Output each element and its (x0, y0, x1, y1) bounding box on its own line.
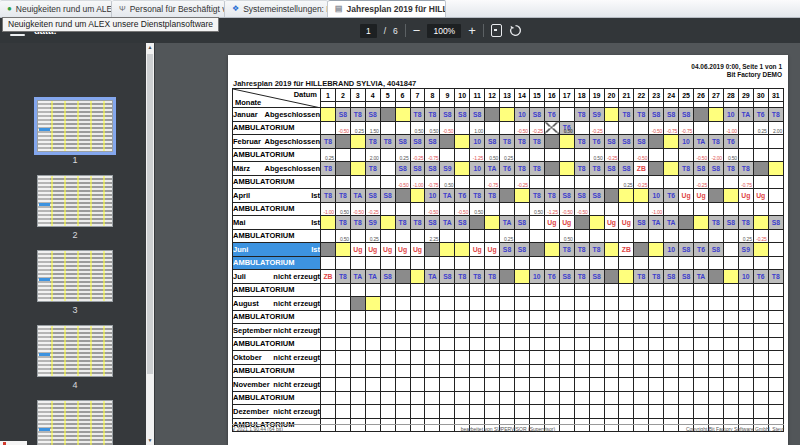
page-number-input[interactable]: 1 (360, 24, 377, 38)
month-row-label[interactable]: Novembernicht erzeugt (233, 378, 321, 392)
amb-row-label[interactable]: AMBULATORIUM (233, 202, 321, 216)
page-thumbnail[interactable] (37, 100, 113, 152)
amb-row-label[interactable]: AMBULATORIUM (233, 310, 321, 324)
amb-cell (410, 256, 425, 270)
day-cell: T8 (485, 189, 500, 203)
amb-cell (634, 364, 649, 378)
day-cell (768, 243, 783, 257)
amb-row-label[interactable]: AMBULATORIUM (233, 148, 321, 162)
day-cell: T8 (544, 189, 559, 203)
page-thumbnail[interactable] (37, 250, 113, 302)
amb-cell (395, 121, 410, 135)
day-cell (544, 162, 559, 176)
amb-hours-value: -0.25 (697, 182, 707, 188)
fit-page-icon[interactable] (491, 24, 502, 37)
amb-cell (455, 175, 470, 189)
amb-row-label[interactable]: AMBULATORIUM (233, 256, 321, 270)
browser-tab[interactable]: ●Neuigkeiten rund um ALEX unser... (0, 0, 112, 17)
browser-tab-bar: ●Neuigkeiten rund um ALEX unser...ΨPerso… (0, 0, 800, 18)
scroll-up-icon[interactable]: ▲ (146, 43, 154, 52)
month-row-label[interactable]: FebruarAbgeschlossen (233, 135, 321, 149)
amb-cell: -1.00 (723, 121, 738, 135)
day-cell (485, 378, 500, 392)
amb-cell: T60.50 (559, 121, 574, 135)
day-cell (694, 378, 709, 392)
amb-hours-value: -0.25 (413, 155, 423, 161)
day-cell (574, 351, 589, 365)
amb-cell (753, 175, 768, 189)
amb-row-label[interactable]: AMBULATORIUM (233, 283, 321, 297)
month-row-label[interactable]: JanuarAbgeschlossen (233, 108, 321, 122)
scrollbar-thumb[interactable] (147, 54, 153, 374)
browser-tab[interactable]: ▤Jahresplan 2019 für HILLEBRAN... (328, 0, 446, 17)
month-row-label[interactable]: Dezembernicht erzeugt (233, 405, 321, 419)
day-cell: T8 (335, 270, 350, 284)
page-thumbnail[interactable] (37, 325, 113, 377)
viewer-content[interactable]: 04.06.2019 0:00, Seite 1 von 1 Bit Facto… (155, 43, 800, 445)
day-cell (529, 324, 544, 338)
month-row-label[interactable]: Septembernicht erzeugt (233, 324, 321, 338)
zoom-in-button[interactable]: + (468, 24, 476, 37)
amb-cell (738, 310, 753, 324)
browser-tab[interactable]: ΨPersonal für Beschäftigt von/bis (112, 0, 225, 17)
rotate-icon[interactable] (509, 24, 522, 37)
month-row-label[interactable]: Oktobernicht erzeugt (233, 351, 321, 365)
day-cell (321, 243, 336, 257)
amb-cell (350, 337, 365, 351)
browser-tab[interactable]: ❖Systemeinstellungen: Bit Factory ... (225, 0, 328, 17)
amb-row-label[interactable]: AMBULATORIUM (233, 175, 321, 189)
page-thumbnail[interactable] (37, 175, 113, 227)
zoom-out-button[interactable]: − (413, 24, 421, 37)
day-cell: S8 (679, 270, 694, 284)
amb-row-label[interactable]: AMBULATORIUM (233, 391, 321, 405)
amb-cell (500, 121, 515, 135)
month-row-label[interactable]: Augustnicht erzeugt (233, 297, 321, 311)
amb-cell (544, 229, 559, 243)
day-cell (574, 297, 589, 311)
amb-cell (559, 283, 574, 297)
month-row-label[interactable]: Julinicht erzeugt (233, 270, 321, 284)
amb-cell (440, 202, 455, 216)
scroll-down-icon[interactable]: ▼ (146, 436, 154, 445)
month-row-label[interactable]: MaiIst (233, 216, 321, 230)
day-cell (708, 270, 723, 284)
day-cell (544, 243, 559, 257)
document-footer: bearbeitet von SUPERVISOR (Supervisor) V… (232, 424, 784, 432)
day-cell (380, 378, 395, 392)
amb-row-label[interactable]: AMBULATORIUM (233, 121, 321, 135)
day-cell (335, 324, 350, 338)
amb-row-label[interactable]: AMBULATORIUM (233, 337, 321, 351)
day-cell (485, 324, 500, 338)
month-row-label[interactable]: MärzAbgeschlossen (233, 162, 321, 176)
amb-cell (694, 229, 709, 243)
day-cell (708, 189, 723, 203)
day-cell: S8 (440, 108, 455, 122)
amb-cell: -0.75 (425, 175, 440, 189)
day-cell: S8 (708, 243, 723, 257)
amb-cell: -0.25 (514, 175, 529, 189)
day-cell (425, 378, 440, 392)
sidebar-scrollbar[interactable]: ▲ ▼ (146, 43, 154, 445)
day-cell (559, 135, 574, 149)
amb-cell (753, 391, 768, 405)
month-name: März (233, 164, 250, 173)
amb-cell (365, 310, 380, 324)
amb-cell: -0.25 (604, 148, 619, 162)
day-cell (649, 324, 664, 338)
amb-cell (425, 310, 440, 324)
amb-cell (649, 310, 664, 324)
day-header-cell: 6 (395, 89, 410, 102)
amb-row-label[interactable]: AMBULATORIUM (233, 364, 321, 378)
day-cell (321, 378, 336, 392)
month-row-label[interactable]: AprilIst (233, 189, 321, 203)
amb-row-label[interactable]: AMBULATORIUM (233, 229, 321, 243)
day-cell: TA (425, 270, 440, 284)
day-cell: S8 (679, 243, 694, 257)
amb-cell (544, 364, 559, 378)
day-cell (604, 297, 619, 311)
zoom-level[interactable]: 100% (427, 24, 461, 38)
amb-cell (514, 202, 529, 216)
page-thumbnail[interactable] (37, 400, 113, 445)
month-row-label[interactable]: JuniIst (233, 243, 321, 257)
amb-cell (574, 121, 589, 135)
